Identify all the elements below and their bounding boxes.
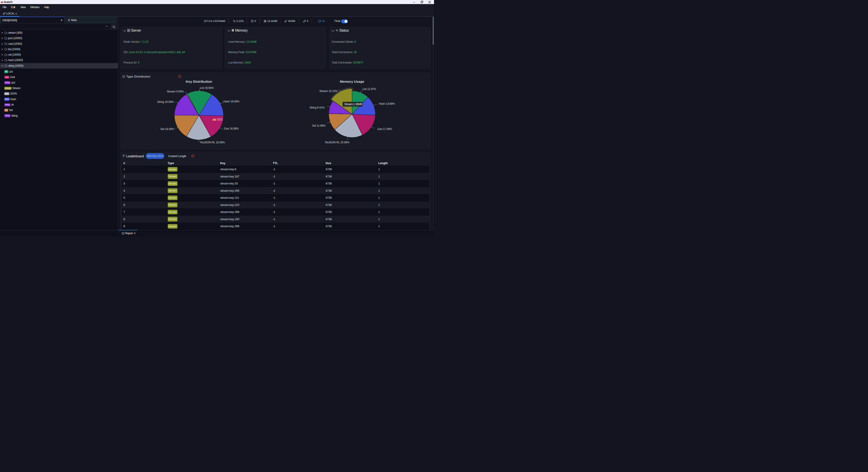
svg-text:Set 11.96%: Set 11.96% — [312, 124, 326, 127]
svg-text:List 11.97%: List 11.97% — [363, 88, 376, 91]
svg-text:Stream 0.50%: Stream 0.50% — [167, 90, 184, 93]
svg-text:List 16.58%: List 16.58% — [200, 86, 214, 90]
svg-text:Stream 15.23%: Stream 15.23% — [319, 90, 338, 93]
svg-text:ReJSON-RL 16.58%: ReJSON-RL 16.58% — [200, 141, 225, 144]
svg-text:Zset 16.58%: Zset 16.58% — [224, 127, 239, 130]
svg-text:Hash 13.68%: Hash 13.68% — [379, 102, 395, 105]
svg-text:String 16.59%: String 16.59% — [157, 100, 174, 103]
svg-text:Set 16.58%: Set 16.58% — [160, 127, 174, 131]
svg-text:Zset 17.06%: Zset 17.06% — [377, 127, 392, 131]
svg-text:Key Distribution: Key Distribution — [186, 80, 212, 84]
svg-text:Hash 16.58%: Hash 16.58% — [223, 100, 240, 103]
svg-text:String 9.41%: String 9.41% — [309, 106, 324, 109]
svg-text:php: php — [213, 119, 216, 121]
svg-text:ReJSON-RL 20.69%: ReJSON-RL 20.69% — [325, 141, 350, 144]
svg-text:Memory Usage: Memory Usage — [340, 80, 364, 84]
